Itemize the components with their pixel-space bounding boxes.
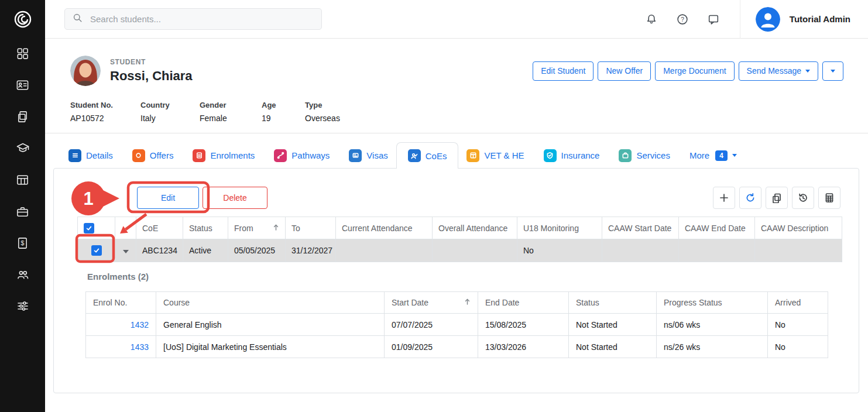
column-header-current-attendance[interactable]: Current Attendance — [336, 217, 433, 239]
tab-vet-he[interactable]: VET & HE — [466, 142, 524, 169]
students-icon — [16, 78, 29, 94]
app-logo-icon[interactable] — [0, 0, 45, 39]
cell-arrived: No — [768, 314, 828, 336]
history-button[interactable] — [792, 187, 814, 209]
tab-details[interactable]: Details — [68, 142, 113, 169]
sidebar-item-students[interactable] — [0, 70, 45, 102]
sidebar-item-reports[interactable] — [0, 165, 45, 197]
more-count-badge: 4 — [715, 150, 728, 161]
column-header-caaw-start[interactable]: CAAW Start Date — [602, 217, 679, 239]
tab-enrolments[interactable]: Enrolments — [193, 142, 255, 169]
column-header-start-date[interactable]: Start Date — [385, 292, 478, 314]
edit-student-button[interactable]: Edit Student — [533, 61, 593, 81]
sidebar-item-courses[interactable] — [0, 133, 45, 165]
entity-label: STUDENT — [110, 58, 193, 66]
visas-icon — [349, 149, 362, 162]
column-header-enrol-no[interactable]: Enrol No. — [86, 292, 156, 314]
merge-document-button[interactable]: Merge Document — [655, 61, 734, 81]
calculator-button[interactable] — [818, 187, 840, 209]
enrol-no-link[interactable]: 1433 — [131, 342, 149, 352]
column-header-overall-attendance[interactable]: Overall Attendance — [433, 217, 517, 239]
column-header-course[interactable]: Course — [156, 292, 385, 314]
expander-header-cell — [115, 217, 136, 239]
sidebar-item-documents[interactable] — [0, 102, 45, 133]
notifications-bell-icon[interactable] — [640, 8, 663, 31]
tab-insurance[interactable]: Insurance — [544, 142, 600, 169]
enrol-no-link[interactable]: 1432 — [131, 320, 149, 329]
cell-u18-monitoring: No — [517, 239, 602, 262]
chevron-down-icon — [831, 70, 835, 73]
info-label: Country — [140, 101, 200, 109]
tab-visas[interactable]: Visas — [349, 142, 387, 169]
info-type: Type Overseas — [305, 101, 375, 123]
add-button[interactable] — [713, 187, 735, 209]
enrolment-row[interactable]: 1433 [UoS] Digital Marketing Essentials … — [86, 336, 828, 358]
svg-text:$: $ — [21, 239, 25, 246]
info-age: Age 19 — [262, 101, 305, 123]
cell-current-attendance — [336, 239, 433, 262]
cell-to: 31/12/2027 — [286, 239, 336, 262]
user-name: Tutorial Admin — [790, 14, 850, 24]
student-actions: Edit Student New Offer Merge Document Se… — [533, 61, 859, 81]
row-checkbox[interactable] — [91, 245, 102, 256]
tab-label: More — [689, 150, 709, 160]
chat-icon[interactable] — [702, 8, 725, 31]
enrolment-row[interactable]: 1432 General English 07/07/2025 15/08/20… — [86, 314, 828, 336]
user-avatar[interactable] — [756, 7, 780, 32]
cell-coe: ABC1234 — [136, 239, 183, 262]
select-all-cell — [78, 217, 115, 239]
coe-table: CoE Status From To Current Attendance Ov… — [77, 217, 842, 262]
tab-services[interactable]: Services — [619, 142, 670, 169]
cell-end-date: 13/03/2026 — [478, 336, 569, 358]
column-header-status[interactable]: Status — [183, 217, 228, 239]
sidebar-item-agents[interactable] — [0, 197, 45, 228]
tab-coes[interactable]: CoEs — [396, 142, 459, 169]
column-header-status[interactable]: Status — [569, 292, 657, 314]
duplicate-button[interactable] — [766, 187, 788, 209]
table-icon — [16, 173, 29, 189]
sort-asc-icon — [464, 298, 471, 307]
sidebar-item-finance[interactable]: $ — [0, 228, 45, 260]
new-offer-button[interactable]: New Offer — [598, 61, 651, 81]
sidebar-item-settings[interactable] — [0, 291, 45, 323]
info-label: Age — [262, 101, 305, 109]
tab-pathways[interactable]: Pathways — [274, 142, 330, 169]
column-header-to[interactable]: To — [286, 217, 336, 239]
coes-icon — [408, 149, 421, 162]
column-header-coe[interactable]: CoE — [136, 217, 183, 239]
search-icon — [72, 12, 83, 26]
finance-icon: $ — [16, 236, 29, 252]
coe-row-selected[interactable]: ABC1234 Active 05/05/2025 31/12/2027 No — [78, 239, 842, 262]
edit-coe-button[interactable]: Edit — [137, 187, 199, 209]
cell-start-date: 07/07/2025 — [385, 314, 478, 336]
column-header-end-date[interactable]: End Date — [478, 292, 569, 314]
tab-label: Insurance — [561, 150, 600, 160]
more-actions-split-button[interactable] — [822, 61, 843, 81]
collapse-row-icon[interactable] — [123, 250, 129, 253]
sidebar-item-community[interactable] — [0, 260, 45, 291]
send-message-button[interactable]: Send Message — [739, 61, 818, 81]
tab-label: CoEs — [426, 151, 447, 161]
vet-he-icon — [466, 149, 479, 162]
documents-icon — [16, 110, 29, 126]
delete-coe-button[interactable]: Delete — [203, 187, 267, 209]
column-header-arrived[interactable]: Arrived — [768, 292, 828, 314]
column-header-caaw-description[interactable]: CAAW Description — [755, 217, 842, 239]
search-input[interactable] — [89, 13, 314, 25]
tab-more[interactable]: More 4 — [689, 142, 737, 169]
select-all-checkbox[interactable] — [84, 223, 94, 234]
column-header-progress-status[interactable]: Progress Status — [657, 292, 768, 314]
tab-offers[interactable]: Offers — [132, 142, 174, 169]
student-name: Rossi, Chiara — [110, 68, 193, 84]
grid-toolbar — [713, 187, 840, 209]
column-header-from[interactable]: From — [228, 217, 286, 239]
cell-progress-status: ns/06 wks — [657, 314, 768, 336]
chevron-down-icon — [805, 70, 810, 73]
cell-status: Not Started — [569, 314, 657, 336]
column-header-u18-monitoring[interactable]: U18 Monitoring — [517, 217, 602, 239]
column-header-caaw-end[interactable]: CAAW End Date — [679, 217, 755, 239]
refresh-button[interactable] — [739, 187, 761, 209]
sidebar-item-dashboard[interactable] — [0, 39, 45, 70]
offers-icon — [132, 149, 145, 162]
help-icon[interactable]: ? — [671, 8, 694, 31]
